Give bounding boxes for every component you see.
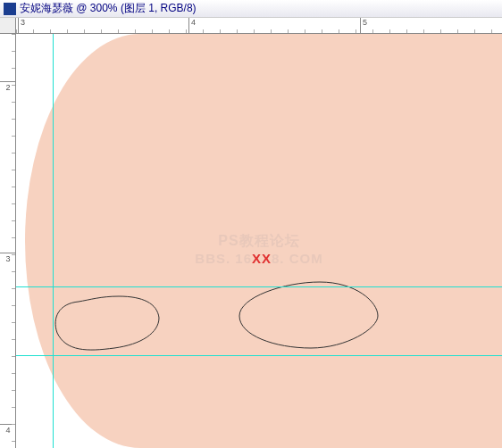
ruler-v-mark: 2 xyxy=(0,81,16,92)
ruler-v-tick xyxy=(12,170,15,170)
ruler-h-tick xyxy=(440,29,441,33)
ruler-h-tick xyxy=(322,29,322,33)
ruler-v-tick xyxy=(12,85,15,86)
ruler-h-tick xyxy=(254,29,255,33)
workspace: 3 4 5 2 3 4 PS教程论坛 BBS. 16XX8. COM xyxy=(0,18,502,448)
ruler-v-tick xyxy=(12,271,15,272)
ruler-h-tick xyxy=(491,29,492,33)
ruler-v-tick xyxy=(12,68,15,69)
watermark-line2: BBS. 16XX8. COM xyxy=(195,251,322,266)
ruler-v-tick xyxy=(12,441,15,442)
ruler-h-tick xyxy=(135,29,136,33)
ruler-v-tick xyxy=(12,390,15,391)
ruler-h-mark: 4 xyxy=(188,18,196,34)
ruler-h-tick xyxy=(457,29,458,33)
ps-app-icon xyxy=(4,3,16,15)
ruler-v-tick xyxy=(12,51,15,52)
ruler-h-tick xyxy=(118,29,119,33)
ruler-v-tick xyxy=(12,102,15,103)
window-titlebar: 安妮海瑟薇 @ 300% (图层 1, RGB/8) xyxy=(0,0,502,18)
ruler-h-tick xyxy=(288,29,289,33)
ruler-v-tick xyxy=(12,34,15,35)
ruler-h-tick xyxy=(67,29,68,33)
ruler-h-tick xyxy=(152,29,153,33)
ruler-v-mark: 4 xyxy=(0,424,16,435)
ruler-h-tick xyxy=(305,29,305,33)
guide-horizontal[interactable] xyxy=(16,355,502,356)
horizontal-ruler[interactable]: 3 4 5 xyxy=(16,18,502,34)
watermark-xx: XX xyxy=(252,251,272,266)
ruler-v-tick xyxy=(12,237,15,238)
ruler-v-tick xyxy=(12,220,15,221)
ruler-v-tick xyxy=(12,305,15,306)
ruler-h-tick xyxy=(372,29,373,33)
ruler-h-tick xyxy=(339,29,339,33)
ruler-v-tick xyxy=(12,119,15,120)
ruler-h-mark: 3 xyxy=(18,18,25,34)
ruler-v-tick xyxy=(12,356,15,357)
ruler-h-tick xyxy=(474,29,475,33)
watermark-line1: PS教程论坛 xyxy=(195,232,322,251)
ruler-h-tick xyxy=(271,29,272,33)
ruler-v-tick xyxy=(12,254,15,255)
ruler-v-tick xyxy=(12,407,15,408)
ruler-origin-corner[interactable] xyxy=(0,18,16,34)
ruler-v-tick xyxy=(12,136,15,137)
ruler-h-tick xyxy=(186,29,187,33)
ruler-h-tick xyxy=(84,29,85,33)
ruler-v-tick xyxy=(12,187,15,187)
left-blob-path[interactable] xyxy=(55,296,159,350)
ruler-h-tick xyxy=(220,29,221,33)
ruler-h-tick xyxy=(169,29,170,33)
document-title: 安妮海瑟薇 @ 300% (图层 1, RGB/8) xyxy=(20,1,197,16)
ruler-h-tick xyxy=(33,29,34,33)
guide-vertical[interactable] xyxy=(53,34,54,448)
guide-horizontal[interactable] xyxy=(16,286,502,287)
document-canvas[interactable]: PS教程论坛 BBS. 16XX8. COM xyxy=(16,34,502,448)
ruler-v-tick xyxy=(12,322,15,323)
ruler-v-tick xyxy=(12,288,15,289)
ruler-h-tick xyxy=(16,29,17,33)
ruler-h-tick xyxy=(389,29,390,33)
ruler-h-tick xyxy=(50,29,51,33)
ruler-v-tick xyxy=(12,153,15,153)
ruler-v-tick xyxy=(12,424,15,425)
ruler-h-tick xyxy=(356,29,356,33)
ruler-h-tick xyxy=(406,29,407,33)
vertical-ruler[interactable]: 2 3 4 xyxy=(0,34,16,448)
ruler-v-tick xyxy=(12,203,15,204)
right-leaf-path[interactable] xyxy=(239,282,378,348)
ruler-h-mark: 5 xyxy=(360,18,367,34)
ruler-h-tick xyxy=(203,29,204,33)
ruler-h-tick xyxy=(101,29,102,33)
ruler-v-tick xyxy=(12,373,15,374)
ruler-h-tick xyxy=(237,29,238,33)
ruler-v-tick xyxy=(12,339,15,340)
watermark-text: PS教程论坛 BBS. 16XX8. COM xyxy=(195,232,322,266)
ruler-h-tick xyxy=(423,29,424,33)
